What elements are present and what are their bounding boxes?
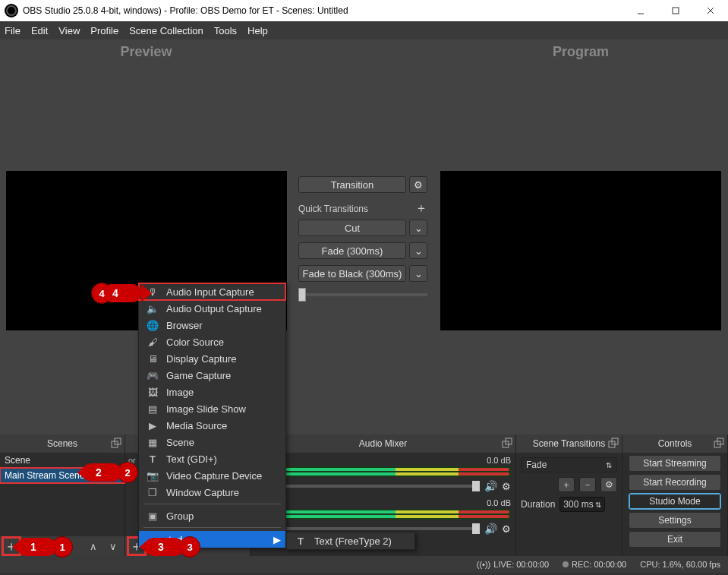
level-meter-icon — [257, 472, 509, 475]
window-controls — [623, 0, 728, 21]
cut-button[interactable]: Cut — [298, 220, 406, 236]
menu-scene-collection[interactable]: Scene Collection — [129, 25, 203, 36]
controls-dock: Controls Start Streaming Start Recording… — [622, 434, 728, 556]
scenes-title: Scenes — [47, 438, 77, 449]
gamepad-icon: 🎮 — [147, 370, 159, 381]
menubar: File Edit View Profile Scene Collection … — [0, 21, 728, 39]
window-close-button[interactable] — [693, 0, 728, 21]
volume-slider-0[interactable] — [255, 485, 480, 488]
ctx-display-capture[interactable]: 🖥Display Capture — [139, 350, 285, 367]
ctx-video-capture-device[interactable]: 📷Video Capture Device — [139, 467, 285, 484]
speaker-icon[interactable]: 🔊 — [484, 523, 497, 535]
add-transition-button[interactable]: ＋ — [558, 477, 575, 492]
titlebar: OBS Studio 25.0.8 4-bit, windows) - Prof… — [0, 0, 728, 21]
annotation-marker-1: 1 1 — [23, 536, 73, 558]
ctx-game-capture[interactable]: 🎮Game Capture — [139, 367, 285, 384]
chevron-down-icon: ⌄ — [414, 245, 423, 257]
window-title: OBS Studio 25.0.8 4-bit, windows) - Prof… — [23, 5, 348, 16]
start-recording-button[interactable]: Start Recording — [629, 474, 721, 491]
updown-icon: ⇅ — [595, 501, 601, 509]
speaker-icon[interactable]: 🔊 — [484, 480, 497, 492]
menu-profile[interactable]: Profile — [90, 25, 118, 36]
brush-icon: 🖌 — [147, 336, 159, 348]
globe-icon: 🌐 — [147, 320, 159, 331]
fade-button[interactable]: Fade (300ms) — [298, 242, 406, 259]
window-maximize-button[interactable] — [658, 0, 693, 21]
transition-slider[interactable] — [298, 288, 427, 302]
menu-separator — [143, 527, 281, 528]
window-icon: ❐ — [147, 487, 159, 498]
window-minimize-button[interactable] — [623, 0, 658, 21]
add-quick-transition-button[interactable]: ＋ — [415, 201, 427, 216]
studio-mode-button[interactable]: Studio Mode — [629, 493, 721, 510]
menu-tools[interactable]: Tools — [214, 25, 237, 36]
annotation-marker-3: 3 3 — [150, 536, 200, 558]
fade-dropdown-button[interactable]: ⌄ — [409, 242, 427, 259]
ctx-color-source[interactable]: 🖌Color Source — [139, 333, 285, 350]
slider-thumb-icon — [298, 288, 306, 302]
status-rec: REC: 00:00:00 — [572, 560, 626, 569]
ctx-image-slide-show[interactable]: ▤Image Slide Show — [139, 400, 285, 417]
fade-black-dropdown-button[interactable]: ⌄ — [409, 265, 427, 282]
slider-knob-icon — [472, 523, 480, 534]
ctx-media-source[interactable]: ▶Media Source — [139, 417, 285, 434]
remove-transition-button[interactable]: － — [579, 477, 596, 492]
text-icon: T — [295, 536, 307, 547]
menu-file[interactable]: File — [5, 25, 20, 36]
menu-help[interactable]: Help — [247, 25, 268, 36]
svg-rect-1 — [673, 8, 679, 14]
annotation-marker-4: 4 4 — [91, 283, 141, 304]
exit-button[interactable]: Exit — [629, 531, 721, 548]
level-meter-icon — [257, 515, 509, 518]
pop-out-icon[interactable] — [714, 438, 724, 448]
group-icon: ▣ — [147, 510, 159, 522]
deprecated-submenu: TText (FreeType 2) — [286, 532, 415, 550]
ctx-image[interactable]: 🖼Image — [139, 384, 285, 400]
ctx-audio-output-capture[interactable]: 🔈Audio Output Capture — [139, 300, 285, 317]
camera-icon: 📷 — [147, 470, 159, 482]
add-source-context-menu: 🎙Audio Input Capture 🔈Audio Output Captu… — [138, 283, 286, 548]
scene-down-button[interactable]: ∨ — [105, 538, 121, 554]
scene-up-button[interactable]: ∧ — [85, 538, 102, 554]
pop-out-icon[interactable] — [502, 438, 512, 448]
annotation-marker-2: 2 2 — [88, 462, 138, 483]
chevron-down-icon: ⌄ — [414, 268, 423, 280]
pop-out-icon[interactable] — [608, 438, 619, 448]
monitor-icon: 🖥 — [147, 353, 159, 365]
ctx-text-freetype[interactable]: TText (FreeType 2) — [287, 532, 414, 549]
transition-settings-button[interactable]: ⚙ — [600, 477, 617, 492]
program-pane[interactable] — [440, 171, 721, 330]
cut-dropdown-button[interactable]: ⌄ — [409, 220, 427, 236]
ctx-scene[interactable]: ▦Scene — [139, 434, 285, 450]
track-db-1: 0.0 dB — [487, 498, 511, 507]
app-logo-icon — [5, 4, 18, 17]
ctx-browser[interactable]: 🌐Browser — [139, 317, 285, 333]
transition-select-value: Fade — [526, 460, 547, 470]
scene-transitions-dock: Scene Transitions Fade ⇅ ＋ － ⚙ Duration … — [516, 434, 622, 556]
pop-out-icon[interactable] — [111, 438, 121, 448]
ctx-group[interactable]: ▣Group — [139, 507, 285, 524]
mixer-title: Audio Mixer — [359, 438, 407, 449]
transition-select[interactable]: Fade ⇅ — [521, 457, 617, 472]
transition-column: Transition ⚙ Quick Transitions ＋ Cut ⌄ F… — [292, 39, 433, 434]
gear-icon[interactable]: ⚙ — [502, 481, 511, 492]
slider-knob-icon — [472, 481, 480, 491]
submenu-arrow-icon: ▶ — [273, 534, 281, 545]
settings-button[interactable]: Settings — [629, 512, 721, 529]
transition-button[interactable]: Transition — [298, 176, 406, 193]
start-streaming-button[interactable]: Start Streaming — [629, 455, 721, 472]
menu-edit[interactable]: Edit — [31, 25, 48, 36]
ctx-window-capture[interactable]: ❐Window Capture — [139, 484, 285, 501]
fade-black-button[interactable]: Fade to Black (300ms) — [298, 265, 406, 282]
gear-icon[interactable]: ⚙ — [502, 523, 511, 535]
status-cpu: CPU: 1.6%, 60.00 fps — [640, 560, 720, 569]
menu-view[interactable]: View — [58, 25, 80, 36]
transition-settings-button[interactable]: ⚙ — [409, 176, 427, 193]
program-label: Program — [553, 44, 609, 60]
duration-spinner[interactable]: 300 ms ⇅ — [559, 497, 605, 512]
updown-icon: ⇅ — [606, 461, 612, 469]
volume-slider-1[interactable] — [255, 527, 480, 530]
ctx-audio-input-capture[interactable]: 🎙Audio Input Capture — [139, 283, 285, 300]
ctx-text-gdi[interactable]: TText (GDI+) — [139, 450, 285, 467]
program-column: Program — [433, 39, 728, 434]
